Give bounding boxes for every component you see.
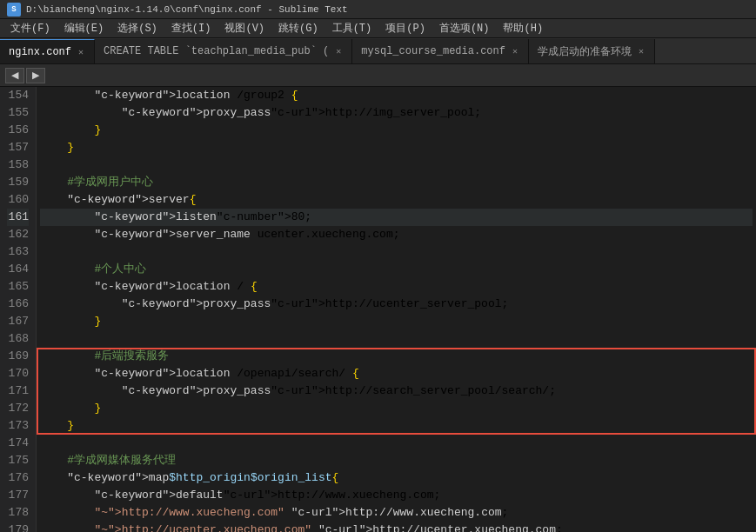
menu-project[interactable]: 项目(P) [378, 19, 432, 37]
code-line[interactable]: } [40, 417, 753, 435]
line-number: 156 [7, 122, 29, 139]
menu-preferences[interactable]: 首选项(N) [432, 19, 497, 37]
code-line[interactable]: "~">http://www.xuecheng.com" "c-url">htt… [40, 504, 753, 522]
code-line[interactable] [40, 156, 753, 174]
tab-close-nginx[interactable]: ✕ [77, 46, 85, 58]
toolbar: ◀ ▶ [0, 64, 756, 87]
code-line[interactable]: "c-keyword">location /group2 { [40, 87, 753, 104]
code-line[interactable] [40, 243, 753, 261]
line-numbers: 1541551561571581591601611621631641651661… [0, 87, 37, 532]
code-line[interactable]: #后端搜索服务 [40, 348, 753, 365]
code-line[interactable]: #学成网媒体服务代理 [40, 452, 753, 469]
tab-label: nginx.conf [9, 46, 71, 58]
window-title: D:\biancheng\nginx-1.14.0\conf\nginx.con… [26, 4, 348, 15]
line-number: 179 [7, 522, 29, 532]
code-line[interactable]: } [40, 139, 753, 156]
title-bar: S D:\biancheng\nginx-1.14.0\conf\nginx.c… [0, 0, 756, 19]
line-number: 164 [7, 261, 29, 278]
menu-view[interactable]: 视图(V) [217, 19, 271, 37]
menu-select[interactable]: 选择(S) [110, 19, 164, 37]
code-line[interactable]: "c-keyword">default "c-url">http://www.x… [40, 487, 753, 504]
code-line[interactable]: #学成网用户中心 [40, 174, 753, 191]
code-content[interactable]: "c-keyword">location /group2 { "c-keywor… [37, 87, 756, 532]
code-line[interactable]: } [40, 313, 753, 330]
code-line[interactable]: "c-keyword">listen "c-number">80; [40, 209, 753, 226]
line-number: 158 [7, 156, 29, 174]
menu-find[interactable]: 查找(I) [164, 19, 218, 37]
line-number: 172 [7, 400, 29, 417]
line-number: 168 [7, 330, 29, 348]
line-number: 161 [7, 209, 29, 226]
line-number: 167 [7, 313, 29, 330]
line-number: 163 [7, 243, 29, 261]
line-number: 157 [7, 139, 29, 156]
nav-back-button[interactable]: ◀ [5, 68, 24, 83]
tab-nginx-conf[interactable]: nginx.conf ✕ [0, 39, 95, 63]
tab-close-env[interactable]: ✕ [637, 45, 646, 57]
menu-goto[interactable]: 跳转(G) [271, 19, 325, 37]
menu-edit[interactable]: 编辑(E) [57, 19, 111, 37]
code-line[interactable]: "c-keyword">proxy_pass "c-url">http://uc… [40, 296, 753, 313]
code-line[interactable]: "c-keyword">location / { [40, 278, 753, 296]
tab-close-teachplan[interactable]: ✕ [334, 45, 343, 57]
code-line[interactable]: "c-keyword">map $http_origin $origin_lis… [40, 469, 753, 487]
tab-bar: nginx.conf ✕ CREATE TABLE `teachplan_med… [0, 38, 756, 64]
tab-label: 学成启动的准备环境 [538, 44, 632, 59]
line-number: 165 [7, 278, 29, 296]
line-number: 177 [7, 487, 29, 504]
code-line[interactable]: } [40, 122, 753, 139]
line-number: 174 [7, 435, 29, 452]
tab-label: mysql_course_media.conf [361, 45, 505, 57]
code-area: 1541551561571581591601611621631641651661… [0, 87, 756, 532]
tab-label: CREATE TABLE `teachplan_media_pub` ( [104, 45, 329, 57]
tab-mysql-course[interactable]: mysql_course_media.conf ✕ [352, 39, 529, 63]
line-number: 176 [7, 469, 29, 487]
tab-close-mysql[interactable]: ✕ [511, 45, 519, 57]
menu-bar: 文件(F) 编辑(E) 选择(S) 查找(I) 视图(V) 跳转(G) 工具(T… [0, 19, 756, 38]
line-number: 173 [7, 417, 29, 435]
code-line[interactable]: "c-keyword">proxy_pass "c-url">http://im… [40, 104, 753, 122]
line-number: 155 [7, 104, 29, 122]
line-number: 170 [7, 365, 29, 382]
code-line[interactable] [40, 330, 753, 348]
app-icon: S [7, 3, 21, 17]
line-number: 171 [7, 382, 29, 400]
line-number: 162 [7, 226, 29, 243]
code-line[interactable]: "c-keyword">server { [40, 191, 753, 209]
line-number: 175 [7, 452, 29, 469]
menu-file[interactable]: 文件(F) [3, 19, 57, 37]
code-line[interactable]: #个人中心 [40, 261, 753, 278]
tab-xuecheng-env[interactable]: 学成启动的准备环境 ✕ [529, 39, 655, 63]
line-number: 160 [7, 191, 29, 209]
line-number: 178 [7, 504, 29, 522]
menu-tools[interactable]: 工具(T) [325, 19, 379, 37]
code-line[interactable]: "c-keyword">proxy_pass "c-url">http://se… [40, 382, 753, 400]
menu-help[interactable]: 帮助(H) [496, 19, 550, 37]
code-line[interactable]: } [40, 400, 753, 417]
code-line[interactable]: "c-keyword">location /openapi/search/ { [40, 365, 753, 382]
line-number: 169 [7, 348, 29, 365]
nav-forward-button[interactable]: ▶ [26, 68, 45, 83]
nav-arrows: ◀ ▶ [5, 68, 45, 83]
code-line[interactable] [40, 435, 753, 452]
line-number: 159 [7, 174, 29, 191]
line-number: 166 [7, 296, 29, 313]
code-line[interactable]: "c-keyword">server_name ucenter.xuecheng… [40, 226, 753, 243]
line-number: 154 [7, 87, 29, 104]
tab-teachplan[interactable]: CREATE TABLE `teachplan_media_pub` ( ✕ [95, 39, 352, 63]
code-line[interactable]: "~">http://ucenter.xuecheng.com" "c-url"… [40, 522, 753, 532]
